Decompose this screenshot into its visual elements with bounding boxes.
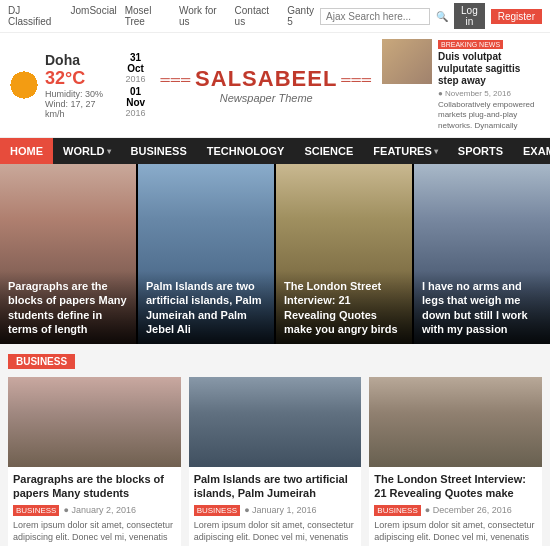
topbar-link-contactus[interactable]: Contact us	[235, 5, 280, 27]
search-input[interactable]	[320, 8, 430, 25]
card-0[interactable]: Paragraphs are the blocks of papers Many…	[8, 377, 181, 546]
nav-item-home[interactable]: HOME	[0, 138, 53, 164]
hero-item-0[interactable]: Paragraphs are the blocks of papers Many…	[0, 164, 136, 344]
card-meta-date-0: ● January 2, 2016	[63, 505, 135, 515]
logo-deco-left: ═══	[160, 72, 191, 87]
hero-item-3[interactable]: I have no arms and legs that weigh me do…	[414, 164, 550, 344]
ad-date: ● November 5, 2016	[438, 89, 542, 98]
date-1: 31 Oct 2016	[121, 52, 151, 84]
card-image-1	[189, 377, 362, 467]
top-bar-links: DJ Classified JomSocial Mosel Tree Work …	[8, 5, 320, 27]
logo-title: ═══ SALSABEEL ═══	[160, 66, 372, 92]
card-title-1: Palm Islands are two artificial islands,…	[194, 472, 357, 501]
card-meta-date-1: ● January 1, 2016	[244, 505, 316, 515]
register-button[interactable]: Register	[491, 9, 542, 24]
weather-wind: Wind: 17, 27 km/h	[45, 99, 111, 119]
card-image-2	[369, 377, 542, 467]
card-meta-badge-1: BUSINESS	[194, 505, 240, 516]
ad-content: BREAKING NEWS Duis volutpat vulputate sa…	[438, 39, 542, 131]
weather-temp: 32°C	[45, 68, 111, 89]
chevron-down-icon: ▾	[107, 147, 111, 156]
card-title-0: Paragraphs are the blocks of papers Many…	[13, 472, 176, 501]
card-body-1: Palm Islands are two artificial islands,…	[189, 467, 362, 546]
ad-thumbnail	[382, 39, 432, 84]
card-meta-1: BUSINESS ● January 1, 2016	[194, 505, 357, 516]
topbar-link-jomsocial[interactable]: JomSocial	[71, 5, 117, 27]
card-text-1: Lorem ipsum dolor sit amet, consectetur …	[194, 519, 357, 546]
top-bar: DJ Classified JomSocial Mosel Tree Work …	[0, 0, 550, 33]
card-text-2: Lorem ipsum dolor sit amet, consectetur …	[374, 519, 537, 546]
hero-overlay-0: Paragraphs are the blocks of papers Many…	[0, 271, 136, 344]
hero-overlay-2: The London Street Interview: 21 Revealin…	[276, 271, 412, 344]
hero-item-2[interactable]: The London Street Interview: 21 Revealin…	[276, 164, 412, 344]
hero-overlay-1: Palm Islands are two artificial islands,…	[138, 271, 274, 344]
hero-title-1: Palm Islands are two artificial islands,…	[146, 279, 266, 336]
nav-item-science[interactable]: SCIENCE	[294, 138, 363, 164]
topbar-link-ganty5[interactable]: Ganty 5	[287, 5, 320, 27]
topbar-link-moseltree[interactable]: Mosel Tree	[125, 5, 171, 27]
nav-item-sports[interactable]: SPORTS	[448, 138, 513, 164]
card-body-0: Paragraphs are the blocks of papers Many…	[8, 467, 181, 546]
card-2[interactable]: The London Street Interview: 21 Revealin…	[369, 377, 542, 546]
card-title-2: The London Street Interview: 21 Revealin…	[374, 472, 537, 501]
hero-grid: Paragraphs are the blocks of papers Many…	[0, 164, 550, 344]
breaking-badge: BREAKING NEWS	[438, 40, 503, 49]
hero-item-1[interactable]: Palm Islands are two artificial islands,…	[138, 164, 274, 344]
weather-widget: Doha 32°C Humidity: 30% Wind: 17, 27 km/…	[8, 52, 150, 119]
card-image-0	[8, 377, 181, 467]
section-badge-business: BUSINESS	[8, 354, 75, 369]
card-meta-2: BUSINESS ● December 26, 2016	[374, 505, 537, 516]
topbar-link-djclassified[interactable]: DJ Classified	[8, 5, 63, 27]
sun-icon	[8, 69, 40, 101]
card-meta-0: BUSINESS ● January 2, 2016	[13, 505, 176, 516]
hero-overlay-3: I have no arms and legs that weigh me do…	[414, 271, 550, 344]
nav-item-example[interactable]: EXAMPLE ▾	[513, 138, 550, 164]
weather-city: Doha	[45, 52, 111, 68]
ad-subtext: Collaboratively empowered markets plug-a…	[438, 100, 542, 131]
hero-title-3: I have no arms and legs that weigh me do…	[422, 279, 542, 336]
date-2: 01 Nov 2016	[121, 86, 151, 118]
logo-subtitle: Newspaper Theme	[160, 92, 372, 104]
card-meta-badge-2: BUSINESS	[374, 505, 420, 516]
header: Doha 32°C Humidity: 30% Wind: 17, 27 km/…	[0, 33, 550, 138]
login-button[interactable]: Log in	[454, 3, 485, 29]
card-1[interactable]: Palm Islands are two artificial islands,…	[189, 377, 362, 546]
nav-item-business[interactable]: BUSINESS	[121, 138, 197, 164]
hero-title-2: The London Street Interview: 21 Revealin…	[284, 279, 404, 336]
nav-item-features[interactable]: FEATURES ▾	[363, 138, 447, 164]
cards-grid: Paragraphs are the blocks of papers Many…	[8, 377, 542, 546]
weather-dates: 31 Oct 2016 01 Nov 2016	[121, 52, 151, 118]
weather-info: Doha 32°C Humidity: 30% Wind: 17, 27 km/…	[45, 52, 111, 119]
topbar-link-workforus[interactable]: Work for us	[179, 5, 227, 27]
chevron-down-icon: ▾	[434, 147, 438, 156]
main-nav: HOME WORLD ▾ BUSINESS TECHNOLOGY SCIENCE…	[0, 138, 550, 164]
nav-item-technology[interactable]: TECHNOLOGY	[197, 138, 295, 164]
search-icon[interactable]: 🔍	[436, 11, 448, 22]
header-ad: BREAKING NEWS Duis volutpat vulputate sa…	[382, 39, 542, 131]
hero-title-0: Paragraphs are the blocks of papers Many…	[8, 279, 128, 336]
top-bar-right: 🔍 Log in Register	[320, 3, 542, 29]
ad-thumb-image	[382, 39, 432, 84]
business-section: BUSINESS Paragraphs are the blocks of pa…	[0, 344, 550, 546]
card-text-0: Lorem ipsum dolor sit amet, consectetur …	[13, 519, 176, 546]
weather-humidity: Humidity: 30%	[45, 89, 111, 99]
card-meta-date-2: ● December 26, 2016	[425, 505, 512, 515]
logo-deco-right: ═══	[341, 72, 372, 87]
nav-item-world[interactable]: WORLD ▾	[53, 138, 121, 164]
ad-title: Duis volutpat vulputate sagittis step aw…	[438, 51, 542, 87]
card-meta-badge-0: BUSINESS	[13, 505, 59, 516]
card-body-2: The London Street Interview: 21 Revealin…	[369, 467, 542, 546]
logo-section: ═══ SALSABEEL ═══ Newspaper Theme	[160, 66, 372, 104]
